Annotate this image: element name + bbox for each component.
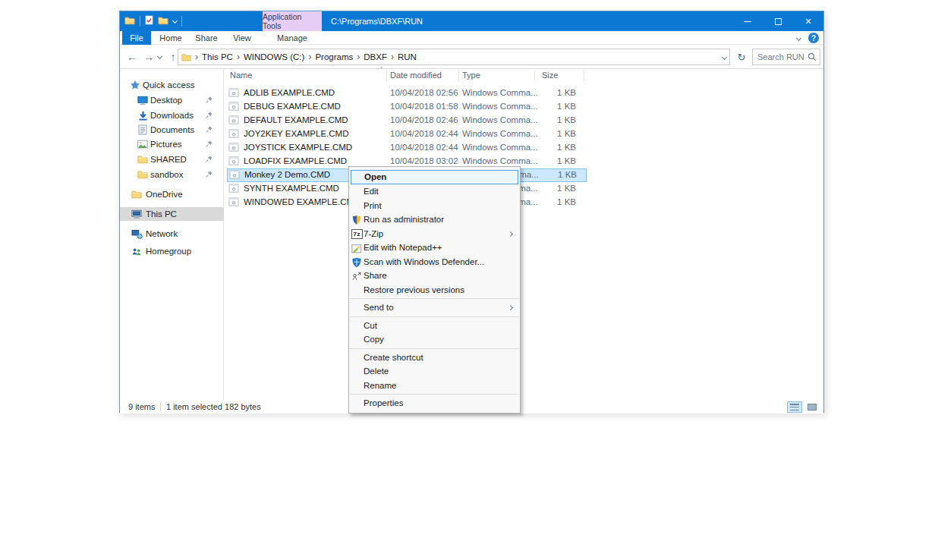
breadcrumb-programs[interactable]: Programs xyxy=(313,52,355,61)
file-row[interactable]: JOYSTICK EXAMPLE.CMD 10/04/2018 02:44 Wi… xyxy=(227,141,587,155)
pin-icon xyxy=(205,170,213,180)
column-divider[interactable] xyxy=(534,71,535,81)
window-controls: × xyxy=(732,11,823,31)
thumbnails-view-icon xyxy=(808,404,817,411)
sidebar-item-downloads[interactable]: Downloads xyxy=(120,109,224,122)
tab-file[interactable]: File xyxy=(122,31,151,45)
cmd-file-icon xyxy=(228,143,239,153)
sidebar-item-this-pc[interactable]: This PC xyxy=(120,207,224,221)
breadcrumb-chevron-icon[interactable] xyxy=(355,52,361,62)
items-count: 9 items xyxy=(128,402,155,411)
menu-item-share[interactable]: Share xyxy=(349,269,520,283)
breadcrumb-dbxf[interactable]: DBXF xyxy=(361,52,389,61)
menu-item-label: 7-Zip xyxy=(364,229,383,238)
uac-shield-icon xyxy=(351,214,363,226)
properties-icon[interactable] xyxy=(145,14,153,28)
menu-item-print[interactable]: Print xyxy=(349,199,520,213)
menu-item-label: Print xyxy=(364,201,382,210)
breadcrumb-chevron-icon[interactable] xyxy=(307,52,313,62)
explorer-app-icon[interactable] xyxy=(124,14,135,28)
menu-item-open[interactable]: Open xyxy=(351,170,518,184)
breadcrumb-windows-c[interactable]: WINDOWS (C:) xyxy=(241,52,307,61)
menu-item-run-as-administrator[interactable]: Run as administrator xyxy=(349,212,520,227)
menu-separator xyxy=(350,394,519,395)
sort-ascending-icon[interactable]: ˆ xyxy=(380,67,382,75)
tab-manage[interactable]: Manage xyxy=(263,31,322,45)
sidebar-item-sandbox[interactable]: sandbox xyxy=(120,168,224,181)
cmd-file-icon xyxy=(228,88,239,99)
sidebar-item-label: Documents xyxy=(150,125,194,134)
menu-item-restore-previous-versions[interactable]: Restore previous versions xyxy=(349,283,520,297)
breadcrumb-chevron-icon[interactable] xyxy=(235,52,241,62)
recent-locations-icon[interactable] xyxy=(157,54,162,59)
thumbnails-view-button[interactable] xyxy=(804,401,820,413)
customize-qat-icon[interactable] xyxy=(172,17,178,23)
refresh-button[interactable] xyxy=(735,50,748,64)
menu-item-edit-with-notepad-plus-plus[interactable]: Edit with Notepad++ xyxy=(349,241,520,255)
column-divider[interactable] xyxy=(386,71,387,81)
sidebar-item-onedrive[interactable]: OneDrive xyxy=(120,187,224,201)
column-header-type[interactable]: Type xyxy=(462,71,480,81)
column-header-name[interactable]: Name xyxy=(230,71,252,81)
column-header-date-modified[interactable]: Date modified xyxy=(390,71,442,81)
menu-item-copy[interactable]: Copy xyxy=(349,332,520,347)
menu-item-scan-with-windows-defender[interactable]: Scan with Windows Defender... xyxy=(349,255,520,269)
contextual-tab-application-tools[interactable]: Application Tools xyxy=(263,11,322,31)
help-icon[interactable]: ? xyxy=(808,33,819,43)
network-icon xyxy=(131,228,143,240)
breadcrumb-chevron-icon[interactable] xyxy=(389,52,395,62)
new-folder-icon[interactable] xyxy=(158,14,168,28)
star-icon xyxy=(129,79,141,91)
submenu-arrow-icon xyxy=(508,305,513,310)
quick-access-toolbar xyxy=(124,11,182,31)
menu-item-rename[interactable]: Rename xyxy=(349,379,520,393)
menu-item-7zip[interactable]: 7-Zip xyxy=(349,227,520,241)
file-name: DEBUG EXAMPLE.CMD xyxy=(244,102,341,111)
column-header-size[interactable]: Size xyxy=(542,71,558,81)
folder-icon xyxy=(137,168,149,181)
menu-item-label: Rename xyxy=(364,381,396,390)
file-size: 1 KB xyxy=(524,170,577,179)
close-button[interactable]: × xyxy=(793,11,823,31)
titlebar[interactable]: Application Tools C:\Programs\DBXF\RUN × xyxy=(120,11,823,31)
menu-item-label: Create shortcut xyxy=(364,353,423,362)
maximize-button[interactable] xyxy=(763,11,793,31)
sidebar-item-documents[interactable]: Documents xyxy=(120,123,224,137)
column-divider[interactable] xyxy=(584,71,584,81)
sidebar-item-pictures[interactable]: Pictures xyxy=(120,137,224,151)
menu-item-create-shortcut[interactable]: Create shortcut xyxy=(349,351,520,365)
file-row[interactable]: ADLIB EXAMPLE.CMD 10/04/2018 02:56 Windo… xyxy=(227,87,587,100)
menu-item-edit[interactable]: Edit xyxy=(349,184,520,199)
sidebar-item-network[interactable]: Network xyxy=(120,227,224,241)
menu-item-label: Delete xyxy=(364,367,389,376)
tab-share[interactable]: Share xyxy=(191,31,222,45)
breadcrumb-this-pc[interactable]: This PC xyxy=(200,52,235,61)
back-button[interactable] xyxy=(126,50,138,64)
menu-item-cut[interactable]: Cut xyxy=(349,319,520,333)
sidebar-item-shared[interactable]: SHARED xyxy=(120,153,224,166)
details-view-button[interactable] xyxy=(787,401,802,413)
downloads-icon xyxy=(137,109,149,121)
menu-item-delete[interactable]: Delete xyxy=(349,364,520,379)
minimize-button[interactable] xyxy=(732,11,763,31)
file-size: 1 KB xyxy=(523,88,576,97)
collapse-ribbon-icon[interactable] xyxy=(796,35,801,40)
file-row[interactable]: JOY2KEY EXAMPLE.CMD 10/04/2018 02:44 Win… xyxy=(227,127,587,141)
column-divider[interactable] xyxy=(458,71,459,81)
forward-button[interactable] xyxy=(143,50,155,64)
menu-item-send-to[interactable]: Send to xyxy=(349,300,520,315)
sidebar-item-homegroup[interactable]: Homegroup xyxy=(120,244,224,258)
documents-icon xyxy=(137,124,149,136)
file-row[interactable]: DEBUG EXAMPLE.CMD 10/04/2018 01:58 Windo… xyxy=(227,100,587,114)
file-row[interactable]: DEFAULT EXAMPLE.CMD 10/04/2018 02:46 Win… xyxy=(227,114,587,127)
menu-item-label: Edit xyxy=(364,187,379,196)
tab-home[interactable]: Home xyxy=(156,31,185,45)
file-date: 10/04/2018 02:56 xyxy=(390,88,458,97)
menu-item-properties[interactable]: Properties xyxy=(349,396,520,411)
sidebar-item-desktop[interactable]: Desktop xyxy=(120,93,224,107)
breadcrumb-run[interactable]: RUN xyxy=(395,52,419,61)
tab-view[interactable]: View xyxy=(228,31,257,45)
address-dropdown-icon[interactable] xyxy=(722,54,727,59)
sidebar-item-quick-access[interactable]: Quick access xyxy=(120,78,224,92)
breadcrumb-chevron-icon[interactable] xyxy=(194,52,200,62)
